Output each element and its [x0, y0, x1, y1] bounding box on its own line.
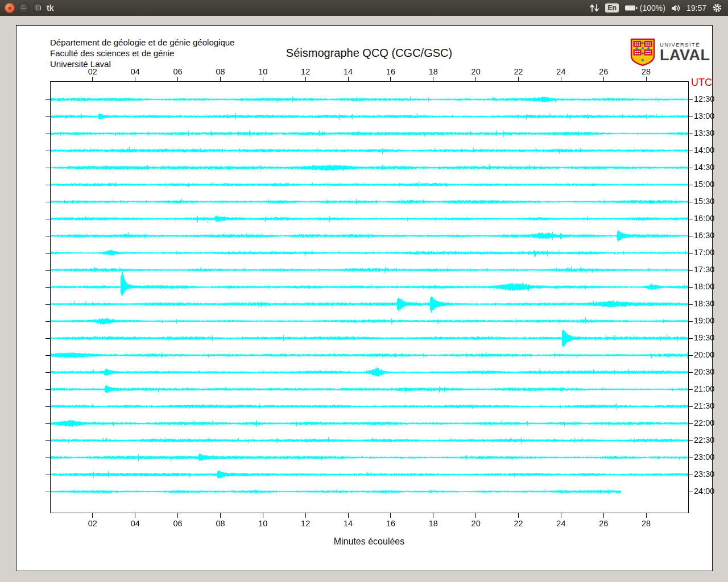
x-tick-label-bottom: 20	[471, 519, 481, 528]
trace-time-label: 18:00	[694, 282, 714, 291]
trace-time-label: 22:30	[694, 435, 714, 444]
trace-tick-left	[46, 440, 50, 441]
trace-tick-right	[689, 270, 693, 271]
clock-indicator[interactable]: 19:57	[686, 3, 706, 13]
battery-icon	[624, 4, 638, 12]
trace-tick-right	[689, 355, 693, 356]
trace-time-label: 23:30	[694, 469, 714, 479]
address-line-2: Faculté des sciences et de génie	[50, 48, 234, 59]
x-tick-top	[390, 77, 391, 81]
x-tick-bottom	[177, 513, 178, 518]
x-tick-label-bottom: 12	[301, 519, 310, 528]
trace-time-label: 19:30	[694, 333, 714, 342]
x-tick-top	[646, 77, 647, 81]
x-tick-label-bottom: 28	[642, 519, 651, 528]
x-tick-bottom	[561, 513, 561, 518]
trace-time-label: 20:30	[694, 367, 714, 376]
x-tick-label-top: 22	[514, 67, 523, 76]
x-tick-top	[135, 77, 135, 81]
x-tick-label-bottom: 10	[258, 519, 267, 528]
x-tick-label-bottom: 18	[429, 519, 438, 528]
x-tick-top	[518, 77, 519, 81]
trace-tick-left	[46, 372, 50, 373]
x-tick-label-top: 18	[429, 67, 438, 76]
tk-window: Département de géologie et de génie géol…	[16, 25, 713, 571]
x-tick-bottom	[475, 513, 476, 518]
minimize-button[interactable]: —	[19, 3, 29, 13]
seismogram-canvas	[51, 82, 688, 513]
x-tick-label-bottom: 02	[88, 519, 97, 528]
maximize-icon	[36, 6, 41, 10]
close-icon: ×	[8, 5, 11, 11]
volume-icon	[671, 4, 681, 13]
institution-address: Département de géologie et de génie géol…	[50, 37, 234, 69]
trace-tick-right	[689, 117, 693, 117]
trace-time-label: 13:30	[694, 128, 714, 138]
x-tick-top	[220, 77, 221, 81]
trace-tick-right	[689, 389, 693, 390]
x-tick-label-bottom: 16	[386, 519, 395, 528]
trace-tick-left	[46, 185, 50, 185]
trace-tick-left	[46, 492, 50, 492]
trace-tick-left	[46, 236, 50, 236]
logo-line-laval: LAVAL	[660, 48, 710, 63]
network-indicator[interactable]	[589, 3, 599, 13]
keyboard-indicator[interactable]: En	[605, 3, 618, 13]
trace-tick-right	[689, 372, 693, 373]
x-tick-bottom	[518, 513, 519, 518]
battery-indicator[interactable]: (100%)	[624, 3, 665, 13]
x-tick-bottom	[348, 513, 349, 518]
trace-tick-left	[46, 475, 50, 475]
x-tick-top	[433, 77, 433, 81]
x-tick-label-bottom: 24	[556, 519, 565, 528]
trace-time-label: 21:00	[694, 384, 714, 393]
trace-tick-left	[46, 99, 50, 100]
x-tick-bottom	[390, 513, 391, 518]
trace-tick-right	[689, 151, 693, 151]
trace-tick-left	[46, 406, 50, 407]
trace-time-label: 14:00	[694, 146, 714, 155]
session-menu[interactable]	[712, 3, 722, 13]
indicator-tray: En (100%) 19:57	[589, 0, 728, 16]
top-panel: × — tk En	[0, 0, 728, 16]
x-tick-label-top: 28	[642, 67, 651, 76]
trace-time-label: 20:00	[694, 350, 714, 359]
x-tick-top	[475, 77, 476, 81]
x-tick-bottom	[135, 513, 135, 518]
keyboard-layout-badge: En	[605, 3, 618, 13]
x-tick-label-top: 14	[344, 67, 353, 76]
trace-time-label: 18:30	[694, 299, 714, 308]
trace-tick-right	[689, 287, 693, 288]
maximize-button[interactable]	[33, 3, 43, 13]
trace-tick-left	[46, 202, 50, 202]
trace-time-label: 17:00	[694, 248, 714, 257]
x-tick-label-top: 16	[386, 67, 395, 76]
x-tick-top	[603, 77, 604, 81]
trace-tick-left	[46, 219, 50, 219]
laval-wordmark: UNIVERSITÉ LAVAL	[660, 41, 710, 63]
utc-label: UTC	[691, 77, 712, 89]
x-tick-label-bottom: 14	[344, 519, 353, 528]
trace-time-label: 14:30	[694, 163, 714, 172]
x-tick-label-top: 24	[556, 67, 565, 76]
x-tick-top	[561, 77, 561, 81]
trace-tick-right	[689, 458, 693, 458]
trace-tick-right	[689, 423, 693, 424]
trace-tick-right	[689, 321, 693, 322]
clock-text: 19:57	[686, 3, 706, 13]
trace-tick-right	[689, 406, 693, 407]
volume-indicator[interactable]	[671, 4, 681, 13]
trace-tick-right	[689, 236, 693, 236]
trace-tick-left	[46, 304, 50, 305]
laval-logo: UNIVERSITÉ LAVAL	[630, 38, 710, 66]
desktop: × — tk En	[0, 0, 728, 582]
close-button[interactable]: ×	[5, 3, 15, 13]
x-tick-bottom	[646, 513, 647, 518]
x-tick-bottom	[263, 513, 263, 518]
x-tick-bottom	[603, 513, 604, 518]
trace-time-label: 13:00	[694, 111, 714, 120]
trace-time-label: 24:00	[694, 487, 714, 496]
x-tick-label-bottom: 06	[173, 519, 183, 528]
trace-tick-left	[46, 134, 50, 134]
trace-tick-left	[46, 253, 50, 253]
